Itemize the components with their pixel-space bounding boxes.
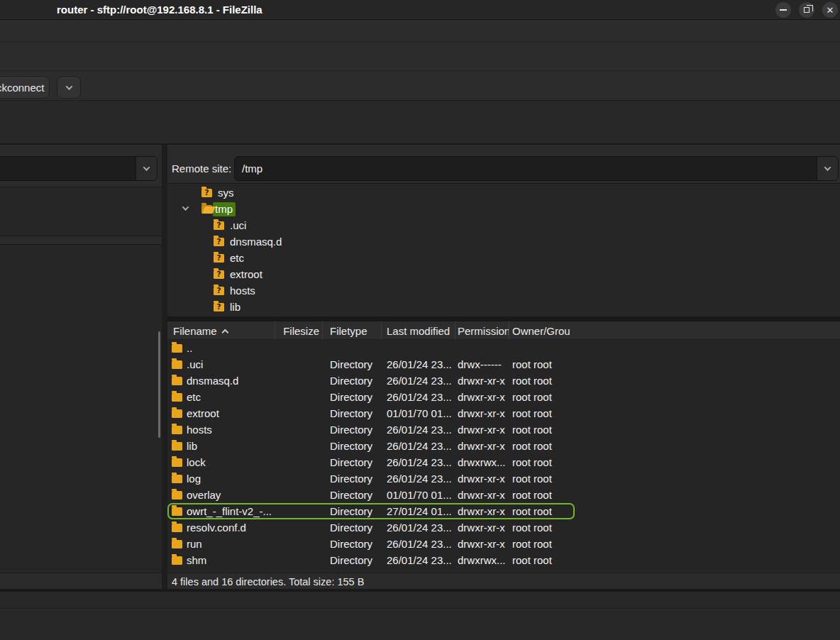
file-list-row[interactable]: hosts Directory 26/01/24 23... drwxr-xr-… xyxy=(167,421,575,438)
file-list-row[interactable]: overlay Directory 01/01/70 01... drwxr-x… xyxy=(167,487,575,503)
cell-filetype: Directory xyxy=(323,424,382,436)
cell-permission: drwxr-xr-x xyxy=(455,489,509,501)
cell-filetype: Directory xyxy=(323,440,382,452)
folder-icon xyxy=(172,507,182,516)
tree-item[interactable]: etc xyxy=(167,250,840,266)
remote-site-dropdown-button[interactable] xyxy=(817,157,838,180)
file-list-header: Filename Filesize Filetype Last modified… xyxy=(167,321,840,340)
local-list-scrollbar[interactable] xyxy=(158,331,160,438)
remote-status-bar: 4 files and 16 directories. Total size: … xyxy=(167,573,840,590)
column-header-ownergroup[interactable]: Owner/Grou xyxy=(509,321,575,340)
tree-list-splitter[interactable] xyxy=(167,316,840,321)
tree-item[interactable]: .uci xyxy=(167,217,840,233)
tree-item-label: lib xyxy=(228,300,243,314)
cell-ownergroup: root root xyxy=(509,358,575,370)
close-button[interactable]: ✕ xyxy=(822,2,838,18)
column-header-lastmodified[interactable]: Last modified xyxy=(382,321,455,340)
quickconnect-button[interactable]: Quickconnect xyxy=(0,76,50,99)
expander-icon[interactable] xyxy=(182,204,189,211)
cell-filename: etc xyxy=(187,391,201,403)
cell-ownergroup: root root xyxy=(509,391,575,403)
folder-icon xyxy=(172,475,182,483)
file-list-row[interactable]: run Directory 26/01/24 23... drwxr-xr-x … xyxy=(167,536,575,552)
file-list-row[interactable]: etc Directory 26/01/24 23... drwxr-xr-x … xyxy=(167,389,575,405)
cell-ownergroup: root root xyxy=(509,440,575,452)
tree-item-label: extroot xyxy=(228,267,265,282)
chevron-down-icon xyxy=(65,83,72,90)
folder-icon xyxy=(172,491,182,500)
cell-filetype: Directory xyxy=(323,391,382,403)
folder-icon xyxy=(172,393,182,402)
cell-filename: hosts xyxy=(187,424,212,436)
file-list-row[interactable]: .uci Directory 26/01/24 23... drwx------… xyxy=(167,356,575,373)
file-list-row[interactable]: resolv.conf.d Directory 26/01/24 23... d… xyxy=(167,519,575,536)
restore-button[interactable] xyxy=(799,2,814,18)
cell-lastmodified: 26/01/24 23... xyxy=(382,375,455,387)
tree-item[interactable]: lib xyxy=(167,299,840,315)
file-list-row[interactable]: shm Directory 26/01/24 23... drwxrwx... … xyxy=(167,552,575,568)
cell-ownergroup: root root xyxy=(509,505,575,517)
local-directory-tree[interactable] xyxy=(0,187,162,236)
local-site-value[interactable] xyxy=(0,157,136,180)
cell-permission: drwx------ xyxy=(455,358,509,370)
window-controls: ✕ xyxy=(775,2,838,18)
file-list-row[interactable]: lib Directory 26/01/24 23... drwxr-xr-x … xyxy=(167,438,575,454)
cell-filename: run xyxy=(187,538,202,550)
cell-ownergroup: root root xyxy=(509,489,575,501)
column-header-filename[interactable]: Filename xyxy=(167,321,275,340)
folder-icon xyxy=(172,524,182,532)
cell-ownergroup: root root xyxy=(509,424,575,436)
quickconnect-dropdown-button[interactable] xyxy=(57,76,81,99)
column-header-permission[interactable]: Permission xyxy=(455,321,509,340)
file-list-row[interactable]: log Directory 26/01/24 23... drwxr-xr-x … xyxy=(167,470,575,487)
main-area: Remote site: /tmp sys tmp .uci dnsmasq.d… xyxy=(0,144,840,589)
column-header-filetype[interactable]: Filetype xyxy=(323,321,382,340)
cell-ownergroup: root root xyxy=(509,538,575,550)
file-list-row[interactable]: owrt_-_flint-v2_-... Directory 27/01/24 … xyxy=(167,503,575,519)
cell-lastmodified: 26/01/24 23... xyxy=(382,391,455,403)
cell-filename: shm xyxy=(187,554,206,566)
cell-filename: resolv.conf.d xyxy=(187,522,246,534)
cell-permission: drwxr-xr-x xyxy=(455,407,509,419)
cell-ownergroup: root root xyxy=(509,407,575,419)
local-site-dropdown-button[interactable] xyxy=(136,157,157,180)
cell-lastmodified: 26/01/24 23... xyxy=(382,554,455,566)
file-list-row[interactable]: dnsmasq.d Directory 26/01/24 23... drwxr… xyxy=(167,373,575,389)
pane-splitter[interactable] xyxy=(162,145,167,589)
chevron-down-icon xyxy=(143,164,150,171)
tree-item[interactable]: hosts xyxy=(167,282,840,299)
cell-ownergroup: root root xyxy=(509,456,575,468)
cell-filetype: Directory xyxy=(323,538,382,550)
folder-question-icon xyxy=(214,287,224,295)
tree-item[interactable]: sys xyxy=(167,184,840,201)
remote-site-value[interactable]: /tmp xyxy=(235,157,817,180)
file-list-row[interactable]: lock Directory 26/01/24 23... drwxrwx...… xyxy=(167,454,575,470)
directory-summary: 4 files and 16 directories. Total size: … xyxy=(172,576,364,587)
column-header-filesize[interactable]: Filesize xyxy=(275,321,323,340)
folder-question-icon xyxy=(201,189,212,197)
cell-permission: drwxr-xr-x xyxy=(455,473,509,485)
remote-site-combobox[interactable]: /tmp xyxy=(234,156,839,181)
transfer-queue xyxy=(0,609,840,640)
folder-icon xyxy=(172,442,182,451)
local-site-combobox[interactable] xyxy=(0,156,158,181)
cell-ownergroup: root root xyxy=(509,522,575,534)
message-log xyxy=(0,101,840,144)
remote-file-list: .. .uci Directory 26/01/24 23... drwx---… xyxy=(167,340,840,573)
local-file-list[interactable] xyxy=(0,244,162,573)
tree-item[interactable]: tmp xyxy=(167,201,840,217)
folder-icon xyxy=(172,556,182,565)
titlebar: router - sftp://root@192.168.8.1 - FileZ… xyxy=(0,0,840,20)
tree-item-label: hosts xyxy=(228,284,258,298)
cell-permission: drwxr-xr-x xyxy=(455,505,509,517)
folder-question-icon xyxy=(214,270,224,279)
tree-item[interactable]: dnsmasq.d xyxy=(167,233,840,250)
folder-icon xyxy=(172,360,182,369)
cell-filename: lock xyxy=(187,456,206,468)
tree-item[interactable]: extroot xyxy=(167,266,840,282)
minimize-button[interactable] xyxy=(775,2,791,18)
cell-permission: drwxr-xr-x xyxy=(455,391,509,403)
folder-icon xyxy=(172,409,182,418)
file-list-row[interactable]: extroot Directory 01/01/70 01... drwxr-x… xyxy=(167,405,575,421)
file-list-row[interactable]: .. xyxy=(167,340,575,356)
